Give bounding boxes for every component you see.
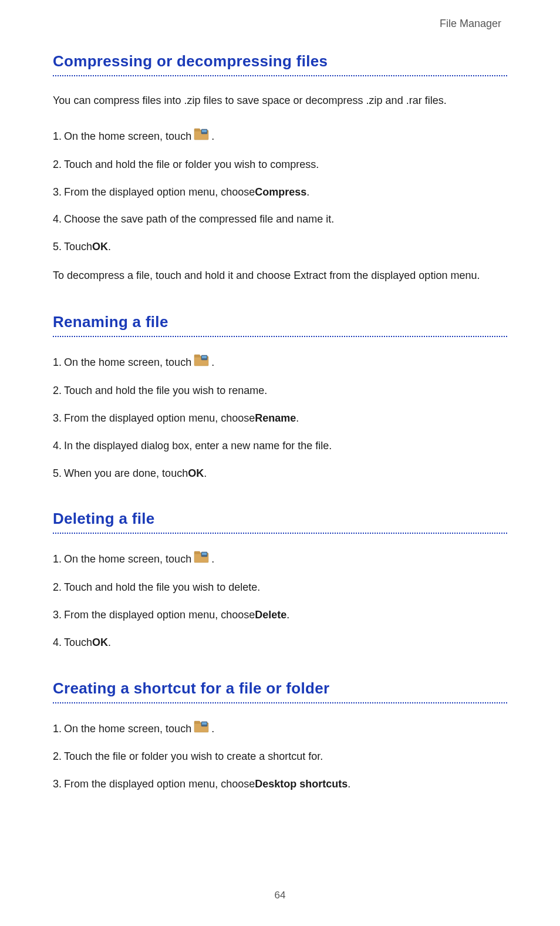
intro-text: You can compress files into .zip files t… [53, 93, 507, 109]
step-text: Touch and hold the file or folder you wi… [64, 156, 319, 173]
step-text: In the displayed dialog box, enter a new… [64, 437, 332, 454]
step: 2. Touch and hold the file you wish to r… [53, 382, 507, 399]
step-number: 1. [53, 551, 62, 568]
step-bold: OK [92, 238, 108, 255]
section-title: Compressing or decompressing files [53, 52, 507, 70]
step-text-post: . [296, 410, 299, 427]
step: 2. Touch and hold the file or folder you… [53, 156, 507, 173]
svg-rect-5 [202, 553, 207, 555]
step-text: Touch and hold the file you wish to rena… [64, 382, 267, 399]
step-text: From the displayed option menu, choose [64, 410, 255, 427]
page-header: File Manager [53, 18, 507, 30]
step-text-post: . [306, 184, 309, 201]
step-text: Touch [64, 238, 92, 255]
page-number: 64 [0, 890, 560, 901]
step-text-post: . [211, 128, 214, 145]
step-text: On the home screen, touch [64, 128, 191, 145]
step: 3. From the displayed option menu, choos… [53, 607, 507, 624]
step-number: 1. [53, 720, 62, 738]
divider [53, 336, 507, 337]
step-number: 4. [53, 634, 62, 651]
step-text-post: . [211, 720, 214, 738]
divider [53, 75, 507, 76]
step-number: 5. [53, 465, 62, 482]
step-number: 2. [53, 382, 62, 399]
step: 2. Touch the file or folder you wish to … [53, 748, 507, 765]
step: 1. On the home screen, touch . [53, 550, 507, 568]
step-text-post: . [211, 354, 214, 371]
note-pre: To decompress a file, touch and hold it … [53, 270, 294, 281]
folder-icon [194, 353, 209, 372]
svg-rect-1 [202, 130, 207, 132]
step-text-post: . [108, 634, 111, 651]
step-text: When you are done, touch [64, 465, 188, 482]
section-title: Creating a shortcut for a file or folder [53, 679, 507, 698]
step-bold: OK [188, 465, 204, 482]
step-text-post: . [211, 551, 214, 568]
step-bold: Rename [255, 410, 296, 427]
step: 5. When you are done, touch OK . [53, 465, 507, 482]
svg-rect-3 [202, 356, 207, 358]
step-number: 4. [53, 437, 62, 454]
section-renaming: Renaming a file 1. On the home screen, t… [53, 313, 507, 481]
step-number: 3. [53, 410, 62, 427]
step-bold: Desktop shortcuts [255, 776, 348, 793]
step: 2. Touch and hold the file you wish to d… [53, 579, 507, 596]
divider [53, 702, 507, 703]
step-text: From the displayed option menu, choose [64, 184, 255, 201]
divider [53, 533, 507, 534]
step: 4. Choose the save path of the compresse… [53, 211, 507, 228]
step-text: From the displayed option menu, choose [64, 776, 255, 793]
step-number: 2. [53, 579, 62, 596]
step-number: 3. [53, 184, 62, 201]
step-text: On the home screen, touch [64, 354, 191, 371]
step-number: 2. [53, 748, 62, 765]
step-text: On the home screen, touch [64, 720, 191, 738]
step-number: 2. [53, 156, 62, 173]
section-title: Deleting a file [53, 510, 507, 528]
step-bold: OK [92, 634, 108, 651]
svg-rect-7 [202, 722, 207, 725]
step: 3. From the displayed option menu, choos… [53, 184, 507, 201]
folder-icon [194, 127, 209, 146]
step: 5. Touch OK . [53, 238, 507, 255]
step-text-post: . [108, 238, 111, 255]
section-deleting: Deleting a file 1. On the home screen, t… [53, 510, 507, 651]
step-number: 5. [53, 238, 62, 255]
step: 4. Touch OK . [53, 634, 507, 651]
step: 4. In the displayed dialog box, enter a … [53, 437, 507, 454]
step-text: Touch [64, 634, 92, 651]
folder-icon [194, 550, 209, 568]
section-title: Renaming a file [53, 313, 507, 331]
step-text-post: . [204, 465, 207, 482]
step-number: 3. [53, 607, 62, 624]
step-number: 3. [53, 776, 62, 793]
step: 1. On the home screen, touch . [53, 720, 507, 738]
step: 3. From the displayed option menu, choos… [53, 410, 507, 427]
step-text: From the displayed option menu, choose [64, 607, 255, 624]
step: 1. On the home screen, touch . [53, 353, 507, 372]
step: 3. From the displayed option menu, choos… [53, 776, 507, 793]
section-shortcut: Creating a shortcut for a file or folder… [53, 679, 507, 793]
step-number: 1. [53, 128, 62, 145]
step-text-post: . [348, 776, 350, 793]
step-text-post: . [286, 607, 289, 624]
step-bold: Compress [255, 184, 306, 201]
step: 1. On the home screen, touch . [53, 127, 507, 146]
step-text: On the home screen, touch [64, 551, 191, 568]
section-compressing: Compressing or decompressing files You c… [53, 52, 507, 285]
note-bold: Extract [294, 270, 326, 281]
step-number: 1. [53, 354, 62, 371]
step-number: 4. [53, 211, 62, 228]
step-bold: Delete [255, 607, 286, 624]
step-text: Touch and hold the file you wish to dele… [64, 579, 260, 596]
folder-icon [194, 720, 209, 738]
note-post: from the displayed option menu. [326, 270, 480, 281]
step-text: Touch the file or folder you wish to cre… [64, 748, 323, 765]
step-text: Choose the save path of the compressed f… [64, 211, 334, 228]
note-text: To decompress a file, touch and hold it … [53, 266, 507, 285]
